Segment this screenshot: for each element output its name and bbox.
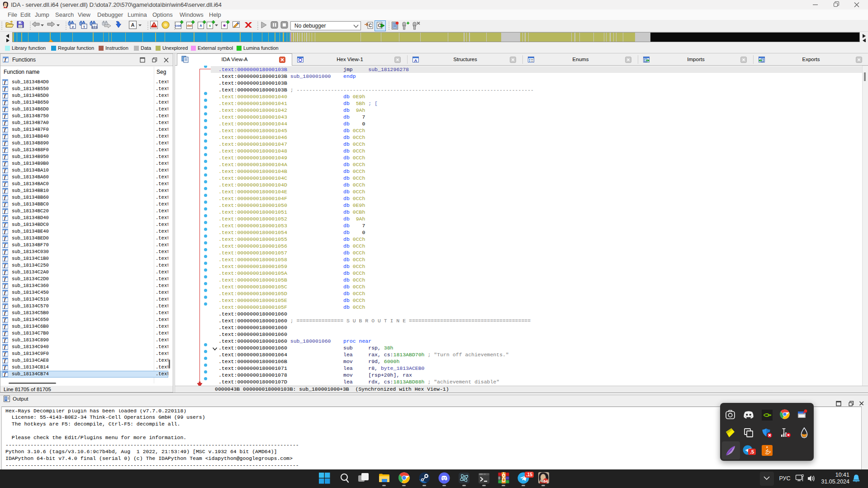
svg-text:#: # [72,25,74,29]
svg-text:T: T [83,25,85,29]
svg-text:.5: .5 [750,449,754,455]
svg-text:64: 64 [544,479,548,483]
svg-text:A: A [131,22,135,28]
svg-text:dat: dat [187,24,192,28]
svg-text:cod: cod [175,24,181,28]
svg-text:s: s [209,24,211,28]
svg-text:✱: ✱ [223,24,226,28]
svg-text:101: 101 [91,25,98,29]
svg-text:A: A [199,24,202,28]
svg-text:.15: .15 [526,472,532,477]
svg-text:C: C [369,23,372,28]
